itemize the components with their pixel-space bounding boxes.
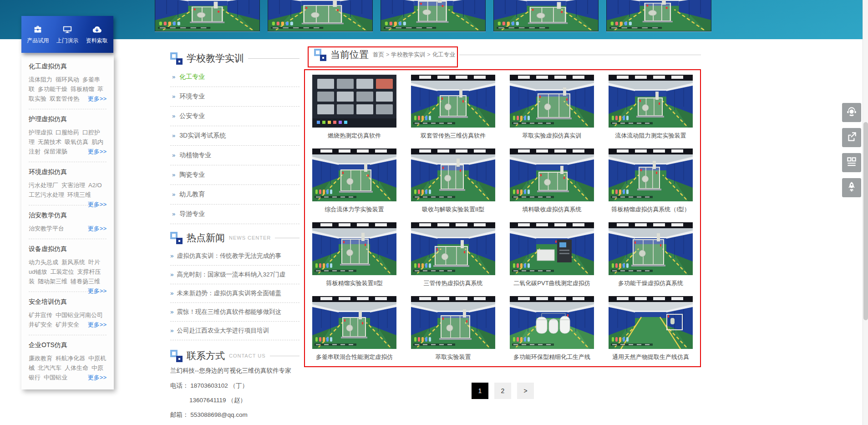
sidebar-tag-link[interactable]: 口服给药 <box>56 129 79 136</box>
sidebar-tag-link[interactable]: 环境三维 <box>67 191 91 198</box>
product-name[interactable]: 多功能环保型精细化工生产线 <box>503 353 601 361</box>
product-name[interactable]: 流体流动阻力测定实验装置 <box>601 132 700 140</box>
product-name[interactable]: 吸收与解吸实验装置II型 <box>404 205 503 214</box>
more-link[interactable]: 更多>> <box>88 320 107 329</box>
more-link[interactable]: 更多>> <box>88 373 107 382</box>
sidebar-category-title[interactable]: 企业OTS仿真 <box>29 341 107 349</box>
sidebar-tag-link[interactable]: 工装定位 <box>50 268 74 275</box>
sidebar-tag-link[interactable]: 灾害治理 <box>61 182 85 189</box>
sidebar-category-title[interactable]: 环境虚拟仿真 <box>29 168 107 176</box>
carousel-thumbnail[interactable] <box>381 0 486 31</box>
sidebar-tag-link[interactable]: 筛板精馏 <box>71 86 94 92</box>
breadcrumb-link[interactable]: 首页 <box>373 51 384 58</box>
school-nav-item[interactable]: »环境专业 <box>170 87 299 107</box>
product-name[interactable]: 综合流体力学实验装置 <box>305 205 404 214</box>
product-card[interactable]: 双套管传热三维仿真软件 <box>404 71 503 144</box>
product-card[interactable]: 筛板精馏实验装置II型 <box>305 218 404 292</box>
sidebar-tag-link[interactable]: 新风系统 <box>61 259 85 266</box>
product-card[interactable]: 多功能环保型精细化工生产线 <box>503 292 601 366</box>
sidebar-tag-link[interactable]: 中国铝业河南公司 <box>56 312 103 318</box>
product-card[interactable]: 吸收与解吸实验装置II型 <box>404 144 503 218</box>
product-thumbnail[interactable] <box>312 222 396 275</box>
product-thumbnail[interactable] <box>609 222 693 275</box>
product-thumbnail[interactable] <box>312 75 396 128</box>
product-card[interactable]: 流体流动阻力测定实验装置 <box>601 71 700 144</box>
school-nav-item[interactable]: »导游专业 <box>170 205 299 224</box>
product-card[interactable]: 燃烧热测定仿真软件 <box>305 71 404 144</box>
sidebar-tag-link[interactable]: 护理虚拟 <box>29 129 52 136</box>
product-thumbnail[interactable] <box>609 148 693 201</box>
product-thumbnail[interactable] <box>609 75 693 128</box>
carousel-thumbnail[interactable] <box>606 0 711 31</box>
product-name[interactable]: 筛板精馏实验装置II型 <box>305 279 404 287</box>
product-name[interactable]: 填料吸收虚拟仿真系统 <box>503 205 601 214</box>
product-thumbnail[interactable] <box>411 222 495 275</box>
product-thumbnail[interactable] <box>510 148 594 201</box>
sidebar-tag-link[interactable]: 双套管传热 <box>50 95 79 102</box>
sidebar-category-title[interactable]: 护理虚拟仿真 <box>29 115 107 123</box>
pagination-button[interactable]: 1 <box>472 383 488 399</box>
sidebar-tag-link[interactable]: 动力头总成 <box>29 259 58 266</box>
quick-action-button[interactable]: 产品试用 <box>27 25 49 45</box>
sidebar-tag-link[interactable]: 中国铝业 <box>44 374 67 381</box>
school-nav-item[interactable]: »动植物专业 <box>170 146 299 165</box>
more-link[interactable]: 更多>> <box>88 147 107 156</box>
product-thumbnail[interactable] <box>411 75 495 128</box>
breadcrumb-link[interactable]: 化工专业 <box>432 51 455 58</box>
sidebar-tag-link[interactable]: 廉政教育 <box>29 355 52 362</box>
product-name[interactable]: 燃烧热测定仿真软件 <box>305 132 404 140</box>
product-card[interactable]: 萃取实验虚拟仿真实训 <box>503 71 601 144</box>
sidebar-tag-link[interactable]: 科航净化器 <box>56 355 85 362</box>
product-thumbnail[interactable] <box>510 75 594 128</box>
customer-service-button[interactable] <box>842 103 861 122</box>
more-link[interactable]: 更多>> <box>88 286 107 296</box>
product-card[interactable]: 多功能干燥虚拟仿真系统 <box>601 218 700 292</box>
carousel-thumbnail[interactable] <box>493 0 599 31</box>
breadcrumb-link[interactable]: 学校教学实训 <box>391 51 425 58</box>
sidebar-tag-link[interactable]: 流体阻力 <box>29 76 52 83</box>
sidebar-tag-link[interactable]: 污水处理厂 <box>29 182 58 189</box>
quick-action-button[interactable]: 上门演示 <box>56 25 78 45</box>
scrollbar-thumb[interactable] <box>863 122 868 320</box>
share-button[interactable] <box>842 128 861 147</box>
rocket-button[interactable] <box>842 178 861 197</box>
product-thumbnail[interactable] <box>510 296 594 349</box>
list-button[interactable] <box>842 153 861 172</box>
product-thumbnail[interactable] <box>411 296 495 349</box>
product-card[interactable]: 填料吸收虚拟仿真系统 <box>503 144 601 218</box>
more-link[interactable]: 更多>> <box>88 224 107 233</box>
news-item[interactable]: »公司赴江西农业大学进行项目培训 <box>170 322 299 340</box>
sidebar-tag-link[interactable]: 人体生命 <box>65 364 88 371</box>
sidebar-tag-link[interactable]: 吸氧仿真 <box>65 138 88 145</box>
product-card[interactable]: 萃取实验装置 <box>404 292 503 366</box>
product-card[interactable]: 综合流体力学实验装置 <box>305 144 404 218</box>
carousel-thumbnail[interactable] <box>268 0 373 31</box>
product-name[interactable]: 萃取实验虚拟仿真实训 <box>503 132 601 140</box>
product-thumbnail[interactable] <box>609 296 693 349</box>
pagination-button[interactable]: > <box>517 383 534 399</box>
quick-action-button[interactable]: 资料索取 <box>86 25 108 45</box>
product-name[interactable]: 二氧化碳PVT曲线测定虚拟仿 <box>503 279 601 287</box>
sidebar-tag-link[interactable]: 无菌技术 <box>38 138 61 145</box>
sidebar-tag-link[interactable]: 循环风动 <box>56 76 79 83</box>
product-name[interactable]: 筛板精馏虚拟仿真系统（I型） <box>601 205 700 214</box>
sidebar-tag-link[interactable]: 矿井宣传 <box>29 312 52 318</box>
school-nav-item[interactable]: »幼儿教育 <box>170 185 299 205</box>
news-item[interactable]: »虚拟仿真实训：传统教学无法完成的事 <box>170 247 299 266</box>
product-name[interactable]: 通用天然产物提取生产线仿真 <box>601 353 700 361</box>
pagination-button[interactable]: 2 <box>494 383 511 399</box>
sidebar-tag-link[interactable]: 辅卷扬三维 <box>71 278 100 285</box>
product-thumbnail[interactable] <box>510 222 594 275</box>
news-item[interactable]: »未来新趋势：虚拟仿真实训将全面铺盖 <box>170 284 299 303</box>
product-card[interactable]: 二氧化碳PVT曲线测定虚拟仿 <box>503 218 601 292</box>
product-card[interactable]: 通用天然产物提取生产线仿真 <box>601 292 700 366</box>
school-nav-item[interactable]: »3D实训考试系统 <box>170 126 299 146</box>
product-name[interactable]: 萃取实验装置 <box>404 353 503 361</box>
school-nav-item[interactable]: »陶瓷专业 <box>170 165 299 185</box>
product-name[interactable]: 多功能干燥虚拟仿真系统 <box>601 279 700 287</box>
product-thumbnail[interactable] <box>312 296 396 349</box>
sidebar-category-title[interactable]: 设备虚拟仿真 <box>29 245 107 253</box>
sidebar-tag-link[interactable]: 多功能干燥 <box>38 86 67 92</box>
sidebar-tag-link[interactable]: 矿井安全 <box>56 321 79 328</box>
product-thumbnail[interactable] <box>411 148 495 201</box>
